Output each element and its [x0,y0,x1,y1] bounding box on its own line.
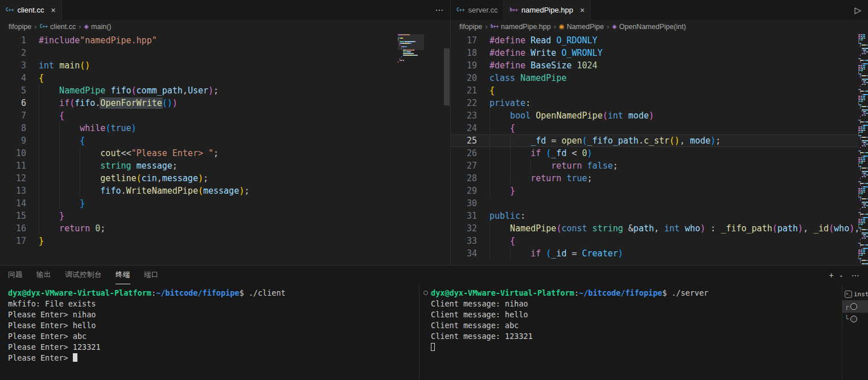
code-line: 23bool OpenNamedPipe(int mode) [451,109,858,122]
minimap-line [858,156,868,157]
code-line: 34if (_id = Creater) [451,247,858,260]
line-number: 24 [451,122,477,134]
minimap-line [858,239,868,240]
minimap-line [858,195,868,196]
minimap-line [858,253,868,254]
minimap-line [858,217,868,218]
code-editor-namedpipe[interactable]: 17#define Read O_RDONLY18#define Write O… [451,33,868,265]
chevron-separator-icon: › [485,22,487,31]
minimap-line [858,251,868,252]
breadcrumb-item[interactable]: ◉NamedPipe [559,23,604,31]
code-line: 8while(true) [0,122,450,134]
breadcrumb-item[interactable]: h++namedPipe.hpp [491,23,551,31]
indent-guide [39,185,59,197]
minimap-line [858,138,868,140]
code-line: 29} [451,185,858,197]
run-button[interactable]: ▷ [848,0,868,20]
indent-guide [39,134,59,147]
panel-tab-问题[interactable]: 问题 [8,265,23,284]
line-number: 15 [0,210,26,222]
breadcrumb-item[interactable]: fifopipe [459,23,482,31]
minimap-line [398,51,424,52]
code-text: #include"namedPipe.hpp" [39,34,157,47]
hpp-file-icon: h++ [491,24,499,29]
shell-icon [850,316,857,322]
indent-guide [80,147,100,160]
terminal-input-line [431,342,842,353]
panel-body: dyx@dyx-VMware-Virtual-Platform:~/bitcod… [0,284,868,380]
tab-client.cc[interactable]: C++client.cc× [0,0,62,20]
panel-more-actions-icon[interactable]: ⋯ [849,271,862,280]
minimap[interactable] [398,34,424,84]
line-number: 20 [451,72,477,84]
editor-group-left: C++client.cc× ⋯ fifopipe›C++client.cc›◈m… [0,0,451,265]
code-text: } [39,197,85,210]
indent-guide [39,160,59,172]
minimap-line [858,178,868,179]
code-content: 17#define Read O_RDONLY18#define Write O… [451,34,858,260]
minimap-line [858,202,868,203]
indent-guide [489,122,510,134]
code-line: 11string message; [0,160,450,172]
indent-guide [39,197,59,210]
minimap-line [858,120,868,121]
breadcrumb-item[interactable]: C++client.cc [40,23,76,31]
tab-server.cc[interactable]: C++server.cc [451,0,504,20]
terminal-list-item[interactable]: >_inst [842,288,868,300]
minimap-line [858,39,868,40]
terminal-task-icon: >_ [845,291,852,298]
terminal-output-line: Please Enter> hello [8,320,419,331]
shell-icon [850,303,857,310]
tabbar-left: C++client.cc× ⋯ [0,0,450,20]
cpp-file-icon: C++ [40,24,48,29]
code-line: 6if(fifo.OpenForWrite()) [0,97,450,109]
panel-tab-调试控制台[interactable]: 调试控制台 [65,265,102,284]
minimap-line [858,108,868,109]
terminal-server[interactable]: dyx@dyx-VMware-Virtual-Platform:~/bitcod… [419,284,842,380]
minimap-line [858,68,868,70]
new-terminal-button[interactable]: + [826,271,836,280]
scrollbar-thumb[interactable] [444,48,450,105]
close-icon[interactable]: × [580,6,585,14]
minimap-line [858,215,868,216]
minimap-line [858,43,868,44]
terminal-list-item[interactable]: └ [842,313,868,325]
code-text: #define BaseSize 1024 [489,59,598,72]
minimap-line [858,219,868,220]
panel-tab-输出[interactable]: 输出 [36,265,51,284]
minimap-line [858,63,868,64]
panel-tab-端口[interactable]: 端口 [144,265,159,284]
code-text: private: [489,97,530,109]
code-text: { [39,134,85,147]
minimap[interactable] [858,33,868,265]
breadcrumb-item[interactable]: fifopipe [9,23,31,31]
line-number: 7 [0,109,26,122]
editor-actions-more-icon[interactable]: ⋯ [428,0,450,20]
minimap-line [858,44,868,46]
close-icon[interactable]: × [51,6,55,14]
line-number: 23 [451,109,477,122]
line-number: 31 [451,210,477,222]
terminal-list-item[interactable]: ┌ [842,300,868,313]
minimap-line [858,173,868,174]
minimap-line [398,56,424,58]
code-text: if (_id = Creater) [489,247,623,260]
code-line: 14} [0,197,450,210]
split-connector-icon: └ [845,315,849,323]
code-text: string message; [39,160,178,172]
breadcrumb-item[interactable]: ◈main() [84,23,112,31]
code-line: 17#define Read O_RDONLY [451,34,858,47]
indent-guide [489,160,510,172]
minimap-line [858,193,868,194]
terminal-client[interactable]: dyx@dyx-VMware-Virtual-Platform:~/bitcod… [0,284,419,380]
line-number: 14 [0,197,26,210]
panel-tab-终端[interactable]: 终端 [116,265,130,284]
tab-namedPipe.hpp[interactable]: h++namedPipe.hpp× [504,0,591,20]
breadcrumb-item[interactable]: ◈OpenNamedPipe(int) [612,23,686,31]
code-text: } [39,235,44,247]
minimap-line [858,214,868,215]
tab-label: server.cc [468,6,497,14]
code-line: 27return false; [451,160,858,172]
terminal-dropdown-chevron-icon[interactable]: ⌄ [839,272,846,278]
code-editor-client[interactable]: 1#include"namedPipe.hpp"23int main()4{5N… [0,33,450,265]
